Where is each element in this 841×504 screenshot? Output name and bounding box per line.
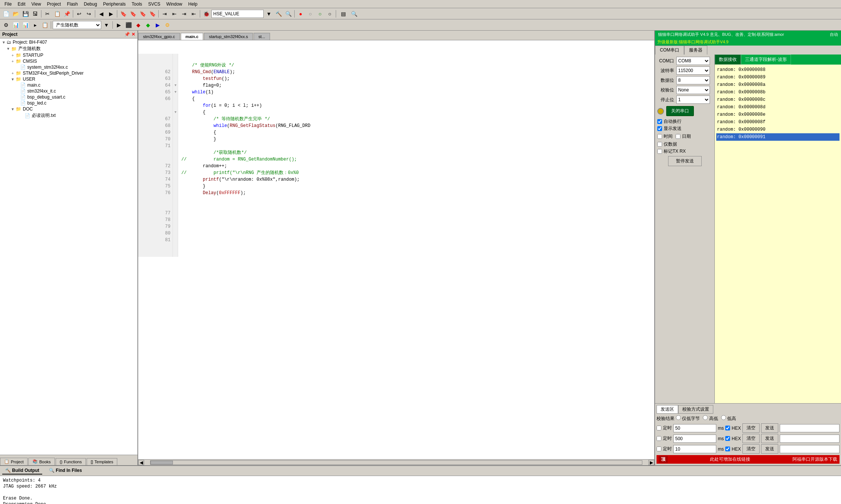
scroll-track[interactable] [150,460,642,465]
date-cb[interactable] [676,134,680,139]
mark-txrx-cb[interactable] [657,149,662,154]
upgrade-link[interactable]: 升级最新版:猫猫串口网络调试助手V4.9 [657,39,729,45]
redo-btn[interactable]: ↪ [84,9,93,18]
circle3-btn[interactable]: ○ [316,9,325,18]
more-btn[interactable]: ▤ [338,9,349,18]
menu-flash[interactable]: Flash [64,1,81,7]
menu-edit[interactable]: Edit [15,1,28,7]
circle1-btn[interactable]: ● [296,9,305,18]
menu-help[interactable]: Help [185,1,201,7]
code-content[interactable]: /* 使能RNG外设 */ RNG_Cmd(ENABLE); testfun()… [178,54,654,257]
hse-input[interactable] [211,10,264,18]
menu-svcs[interactable]: SVCS [145,1,164,7]
tab-templates[interactable]: [] Templates [87,458,117,465]
hex2-cb[interactable] [725,436,730,441]
clear3-btn[interactable]: 清空 [742,444,760,454]
tab-functions[interactable]: {} Functions [56,458,86,465]
timer3-cb[interactable] [657,447,661,451]
t2-gear[interactable]: ⚙ [163,21,172,29]
bookmark4-btn[interactable]: 🔖 [148,9,157,18]
t2-btn2[interactable]: 📊 [11,21,20,29]
tree-system-file[interactable]: 📄 system_stm32f4xx.c [1,64,137,70]
circle2-btn[interactable]: ○ [306,9,315,18]
tree-cmsis-folder[interactable]: + 📁 CMSIS [1,58,137,64]
only-data-cb[interactable] [657,142,662,147]
code-editor[interactable]: 6263646566 6768697071 7273747576 7778798… [138,40,654,459]
tree-it-file[interactable]: 📄 stm32f4xx_it.c [1,88,137,94]
close-icon[interactable]: ✕ [131,32,135,37]
tree-startup-folder[interactable]: + 📁 STARTUP [1,52,137,58]
tree-doc-folder[interactable]: ▼ 📁 DOC [1,106,137,112]
target-dropdown[interactable]: ▼ [102,21,111,29]
scroll-right-btn[interactable]: ▶ [648,460,654,465]
target-select[interactable]: 产生随机数 [53,21,101,29]
tree-debug-file[interactable]: 📄 bsp_debug_usart.c [1,94,137,100]
tab-st[interactable]: st... [254,33,270,40]
nav-fwd-btn[interactable]: ▶ [106,9,115,18]
copy-btn[interactable]: 📋 [53,9,62,18]
verify-opt0[interactable]: 仅低字节 [676,415,700,422]
bookmark3-btn[interactable]: 🔖 [138,9,147,18]
indent-btn[interactable]: ⇥ [160,9,169,18]
parity-select[interactable]: None [676,86,710,94]
tree-user-folder[interactable]: ▼ 📁 USER [1,76,137,82]
undo-btn[interactable]: ↩ [75,9,84,18]
t2-btn5[interactable]: 📋 [40,21,49,29]
menu-view[interactable]: View [28,1,44,7]
build-tab-main[interactable]: 🔨 Build Output [2,467,42,475]
pin-icon[interactable]: 📌 [124,32,130,37]
tree-led-file[interactable]: 📄 bsp_led.c [1,100,137,106]
debug-icon-btn[interactable]: 🐞 [202,9,211,18]
h-scrollbar[interactable]: ◀ ▶ [138,459,654,465]
cut-btn[interactable]: ✂ [43,9,52,18]
tab-gpio[interactable]: stm32f4xx_gpio.c [138,33,180,40]
verify-radio-1[interactable] [703,415,708,420]
send1-btn[interactable]: 发送 [761,423,778,433]
bookmark-btn[interactable]: 🔖 [119,9,128,18]
clear2-btn[interactable]: 清空 [742,434,760,443]
t2-diamond2[interactable]: ◆ [143,21,152,29]
menu-debug[interactable]: Debug [81,1,100,7]
hex3-cb[interactable] [725,447,730,451]
paste-btn[interactable]: 📌 [62,9,71,18]
send1-input[interactable] [780,424,840,432]
tree-stdperiph-folder[interactable]: + 📁 STM32F4xx_StdPeriph_Driver [1,70,137,76]
build-tab-find[interactable]: 🔍 Find In Files [46,467,85,475]
footer-link[interactable]: 此处可增加在线链接 [710,456,750,463]
com-select[interactable]: COM8 [676,57,710,65]
t2-btn1[interactable]: ⚙ [1,21,10,29]
timer2-input[interactable] [673,435,716,443]
send2-input[interactable] [780,435,840,443]
baud-select[interactable]: 115200 [676,66,710,75]
new-btn[interactable]: 📄 [1,9,10,18]
tab-main[interactable]: main.c [181,33,204,40]
send3-btn[interactable]: 发送 [761,444,778,454]
hse-dropdown[interactable]: ▼ [264,9,273,18]
menu-window[interactable]: Window [163,1,185,7]
close-serial-btn[interactable]: 关闭串口 [666,106,694,116]
tree-project-root[interactable]: ▼ 🗂 Project: BH-F407 [1,39,137,45]
open-btn[interactable]: 📂 [11,9,20,18]
tab-books[interactable]: 📚 Books [28,458,55,465]
send3-input[interactable] [780,445,840,453]
tab-data-receive[interactable]: 数据接收 [715,55,741,65]
clear1-btn[interactable]: 清空 [742,423,760,433]
menu-file[interactable]: File [1,1,15,7]
verify-radio-0[interactable] [676,415,681,420]
zoom-btn[interactable]: 🔍 [350,9,359,18]
bookmark2-btn[interactable]: 🔖 [128,9,137,18]
tab-waveform[interactable]: 三通道字段解析-波形 [741,55,791,65]
tab-com[interactable]: COM串口 [655,46,684,55]
menu-peripherals[interactable]: Peripherals [100,1,129,7]
t2-btn4[interactable]: ▸ [31,21,40,29]
save-all-btn[interactable]: 🖫 [31,9,40,18]
indent3-btn[interactable]: ⇥ [180,9,189,18]
search-btn[interactable]: 🔍 [284,9,293,18]
save-btn[interactable]: 💾 [21,9,30,18]
build-btn[interactable]: 🔨 [274,9,283,18]
t2-play[interactable]: ▶ [153,21,162,29]
send-tab-verify[interactable]: 校验方式设置 [678,405,713,414]
scroll-thumb[interactable] [150,461,173,464]
tree-random-folder[interactable]: ▼ 📁 产生随机数 [1,45,137,52]
timer2-cb[interactable] [657,436,661,441]
